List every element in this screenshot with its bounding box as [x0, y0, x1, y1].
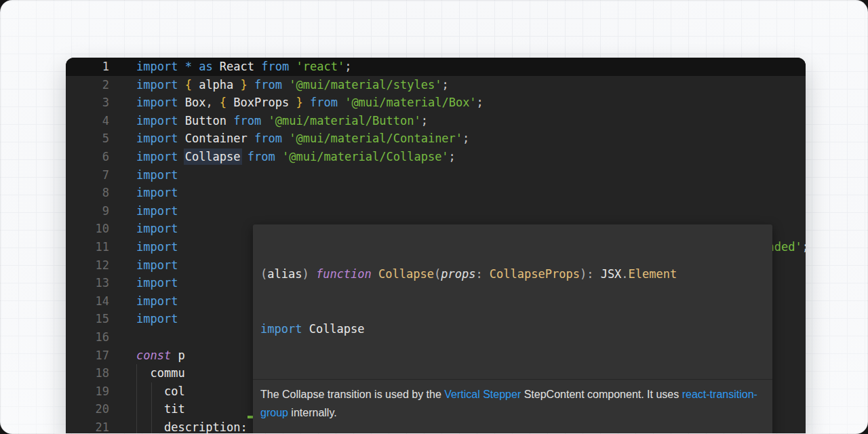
- line-number[interactable]: 13: [66, 274, 109, 292]
- code-token: function: [316, 267, 378, 281]
- highlighted-symbol: Collapse: [185, 150, 241, 163]
- code-token: JSX: [601, 267, 622, 281]
- line-content: import { alpha } from '@mui/material/sty…: [109, 76, 806, 94]
- code-token: Collapse: [309, 322, 365, 336]
- line-number[interactable]: 3: [66, 94, 109, 112]
- code-token: '@mui/material/Button': [269, 114, 421, 127]
- line-number[interactable]: 17: [66, 347, 109, 365]
- code-token: '@mui/material/Container': [289, 132, 462, 145]
- line-number[interactable]: 5: [66, 130, 109, 148]
- code-token: import: [136, 96, 185, 109]
- hover-docs: The Collapse transition is used by the V…: [253, 380, 772, 434]
- code-token: {: [185, 78, 199, 92]
- line-content: import Collapse from '@mui/material/Coll…: [109, 148, 806, 166]
- code-token: BoxProps: [233, 96, 296, 109]
- code-line[interactable]: 8import: [66, 184, 806, 202]
- line-content: import Container from '@mui/material/Con…: [109, 130, 806, 148]
- code-token: Button: [185, 114, 234, 127]
- code-token: StepContent component. It uses: [521, 389, 682, 400]
- line-number[interactable]: 19: [66, 382, 109, 401]
- signature-line: (alias) function Collapse(props: Collaps…: [260, 265, 765, 283]
- code-token: props: [441, 267, 475, 281]
- code-line[interactable]: 1import * as React from 'react';: [66, 58, 806, 76]
- code-token: import: [136, 276, 178, 290]
- code-line[interactable]: 5import Container from '@mui/material/Co…: [66, 130, 806, 148]
- line-number[interactable]: 1: [66, 58, 109, 76]
- code-token: '@mui/material/Collapse': [282, 150, 449, 163]
- code-token: 'react': [296, 60, 344, 73]
- code-line[interactable]: 2import { alpha } from '@mui/material/st…: [66, 76, 806, 94]
- code-token: import: [136, 294, 178, 308]
- code-token: CollapseProps: [490, 267, 580, 281]
- code-token: {: [220, 96, 233, 109]
- line-number[interactable]: 15: [66, 310, 109, 328]
- line-number[interactable]: 12: [66, 256, 109, 275]
- line-number[interactable]: 9: [66, 202, 109, 220]
- code-token: from: [241, 150, 282, 163]
- line-number[interactable]: 16: [66, 328, 109, 347]
- signature-import-line: import Collapse: [260, 320, 765, 338]
- code-token: ): [302, 267, 315, 281]
- code-token: import: [136, 60, 185, 73]
- code-token: from: [261, 60, 296, 73]
- code-token: import: [136, 204, 178, 218]
- code-token: internally.: [288, 407, 337, 418]
- indent-guide-line: [151, 400, 152, 418]
- code-token: :: [475, 267, 489, 281]
- code-token: import: [136, 240, 178, 254]
- code-token: from: [254, 78, 289, 92]
- line-number[interactable]: 10: [66, 220, 109, 238]
- hover-description: The Collapse transition is used by the V…: [260, 385, 765, 422]
- code-line[interactable]: 7import: [66, 166, 806, 184]
- code-token: import: [260, 322, 309, 336]
- line-content: import: [109, 184, 806, 202]
- code-token: .: [621, 267, 628, 281]
- code-token: ;: [421, 114, 428, 127]
- page-background: 1import * as React from 'react';2import …: [0, 0, 868, 434]
- line-number[interactable]: 8: [66, 184, 109, 202]
- line-number[interactable]: 20: [66, 400, 109, 418]
- code-editor: 1import * as React from 'react';2import …: [66, 58, 806, 434]
- line-number[interactable]: 6: [66, 148, 109, 166]
- code-token: ):: [580, 267, 601, 281]
- code-token: ;: [477, 96, 484, 109]
- code-token: import: [136, 168, 178, 182]
- code-token: from: [310, 96, 344, 109]
- code-line[interactable]: 4import Button from '@mui/material/Butto…: [66, 112, 806, 130]
- code-line[interactable]: 6import Collapse from '@mui/material/Col…: [66, 148, 806, 166]
- line-number[interactable]: 4: [66, 112, 109, 130]
- code-token: from: [254, 132, 289, 145]
- code-token: ;: [344, 60, 351, 73]
- code-token: Element: [629, 267, 677, 281]
- line-number[interactable]: 21: [66, 418, 109, 434]
- line-number[interactable]: 14: [66, 292, 109, 311]
- code-token: const: [136, 349, 178, 362]
- code-token: Container: [185, 132, 254, 145]
- code-token: ;: [449, 150, 456, 163]
- code-token: ,: [205, 96, 219, 109]
- code-token: Box: [185, 96, 206, 109]
- code-token: }: [241, 78, 254, 92]
- line-number[interactable]: 2: [66, 76, 109, 94]
- indent-guide-line: [136, 382, 137, 401]
- indent-guide-line: [136, 418, 137, 434]
- code-token: tit: [136, 402, 185, 416]
- vertical-stepper-link[interactable]: Vertical Stepper: [444, 389, 521, 400]
- code-token: import: [136, 114, 185, 127]
- code-token: '@mui/material/Box': [344, 96, 476, 109]
- code-token: Collapse: [378, 267, 434, 281]
- line-content: import Box, { BoxProps } from '@mui/mate…: [109, 94, 806, 112]
- code-token: (: [434, 267, 441, 281]
- code-token: import: [136, 132, 185, 145]
- code-line[interactable]: 9import: [66, 202, 806, 220]
- code-token: }: [296, 96, 309, 109]
- line-number[interactable]: 18: [66, 364, 109, 382]
- hover-signature: (alias) function Collapse(props: Collaps…: [253, 224, 772, 379]
- code-line[interactable]: 3import Box, { BoxProps } from '@mui/mat…: [66, 94, 806, 112]
- line-number[interactable]: 7: [66, 166, 109, 184]
- code-token: from: [233, 114, 268, 127]
- code-peek-string: [248, 416, 253, 418]
- hover-tooltip: (alias) function Collapse(props: Collaps…: [253, 224, 772, 434]
- line-number[interactable]: 11: [66, 238, 109, 256]
- indent-guide-line: [151, 418, 152, 434]
